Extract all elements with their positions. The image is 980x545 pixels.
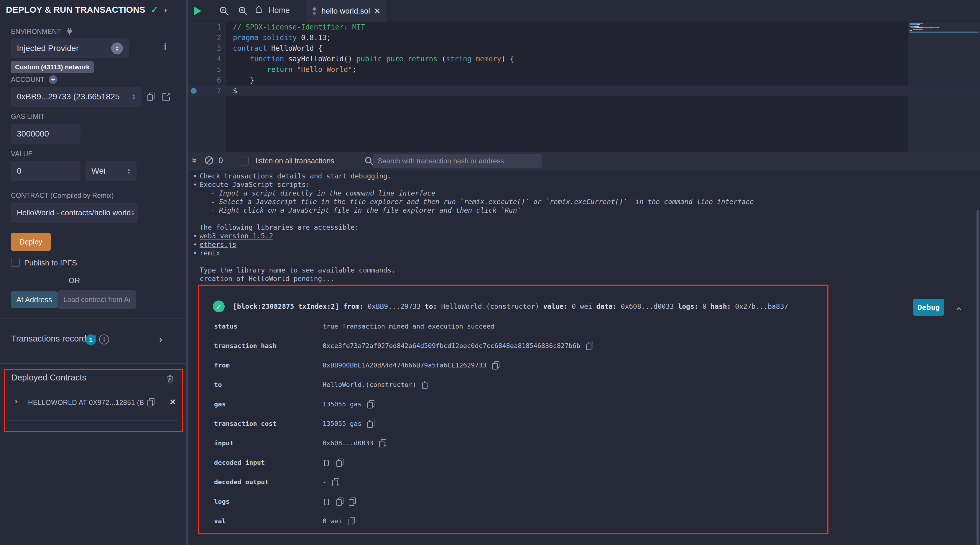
copy-value-icon[interactable] xyxy=(348,517,355,525)
code-text: return "Hello World"; xyxy=(233,64,356,75)
terminal-link[interactable]: ethers.js xyxy=(200,241,237,248)
account-select-arrows-icon[interactable]: ▲▼ xyxy=(132,94,135,100)
copy-value-icon[interactable] xyxy=(368,420,374,427)
remove-deployed-contract-icon[interactable]: ✕ xyxy=(170,398,176,407)
terminal-line: Execute JavaScript scripts: xyxy=(188,180,980,189)
code-text: function sayHelloWorld() public pure ret… xyxy=(233,54,514,64)
copy-account-icon[interactable] xyxy=(147,92,154,100)
copy-deployed-address-icon[interactable] xyxy=(147,398,154,406)
publish-to-ipfs-checkbox[interactable] xyxy=(11,258,20,267)
code-line-2[interactable]: 2pragma solidity 0.8.13; xyxy=(188,32,980,43)
home-icon[interactable]: ⌂ xyxy=(255,2,262,15)
tx-detail-value-text: true Transaction mined and execution suc… xyxy=(323,323,495,330)
code-line-6[interactable]: 6 } xyxy=(188,75,980,86)
gas-limit-input[interactable] xyxy=(11,124,81,144)
terminal-line: - Select a Javascript file in the file e… xyxy=(188,198,980,206)
account-select[interactable]: 0xBB9...29733 (23.6651825 ▲▼ xyxy=(11,87,142,107)
tx-detail-value-text: 0x608...d0033 xyxy=(323,440,373,447)
collapse-details-chevron-icon[interactable]: › xyxy=(953,306,964,312)
copy-value-icon[interactable] xyxy=(349,497,355,505)
tx-detail-row: toHelloWorld.(constructor) xyxy=(214,375,818,394)
contract-select-arrows-icon[interactable]: ▲▼ xyxy=(131,209,135,216)
value-unit-arrows-icon[interactable]: ▲▼ xyxy=(127,168,130,174)
minimap-lines xyxy=(908,22,980,34)
deployed-contracts-divider xyxy=(7,420,178,421)
pending-tx-count: 0 xyxy=(218,156,223,165)
home-tab-label[interactable]: Home xyxy=(269,6,290,15)
at-address-button[interactable]: At Address xyxy=(11,292,57,308)
page-scrollbar[interactable] xyxy=(977,210,979,545)
transaction-summary-row[interactable]: ✓ [block:23082875 txIndex:2] from: 0xBB9… xyxy=(213,301,788,312)
copy-value-icon[interactable] xyxy=(422,381,429,389)
deployed-contract-expand-icon[interactable]: › xyxy=(15,396,18,406)
tx-detail-row: decoded input{} xyxy=(214,453,818,472)
tab-close-icon[interactable]: ✕ xyxy=(374,7,380,15)
expand-terminal-chevrons-icon[interactable]: » xyxy=(190,158,200,163)
terminal-link[interactable]: web3 version 1.5.2 xyxy=(200,232,273,240)
code-text: $ xyxy=(233,86,237,96)
copy-value-icon[interactable] xyxy=(336,459,343,466)
transactions-info-icon[interactable]: i xyxy=(99,335,109,344)
terminal-search-input[interactable] xyxy=(377,154,536,168)
code-line-5[interactable]: 5 return "Hello World"; xyxy=(188,64,980,75)
minimap-line xyxy=(910,23,978,24)
copy-value-icon[interactable] xyxy=(586,342,593,349)
copy-value-icon[interactable] xyxy=(332,478,339,486)
tx-detail-label: decoded input xyxy=(214,459,323,466)
value-unit-select[interactable]: Wei ▲▼ xyxy=(86,161,137,181)
tx-detail-row: from0xBB900BbE1A20dA4d474666B79a5fa6CE12… xyxy=(214,355,818,375)
copy-value-icon[interactable] xyxy=(368,400,374,408)
account-label: ACCOUNT xyxy=(11,76,45,84)
code-line-1[interactable]: 1// SPDX-License-Identifier: MIT xyxy=(188,22,980,32)
tx-detail-value-text: [] xyxy=(323,498,331,505)
environment-select[interactable]: Injected Provider ▲▼ xyxy=(11,38,129,58)
breakpoint-dot[interactable] xyxy=(191,88,197,94)
clear-console-ban-icon[interactable] xyxy=(205,156,213,164)
debug-button[interactable]: Debug xyxy=(913,299,944,316)
tab-file-label: hello world.sol xyxy=(321,6,370,16)
solidity-file-icon xyxy=(311,7,317,16)
contract-select[interactable]: HelloWorld - contracts/hello world.sol ▲… xyxy=(11,202,138,223)
value-label: VALUE xyxy=(11,150,33,158)
run-script-play-icon[interactable] xyxy=(194,6,201,15)
zoom-in-icon[interactable] xyxy=(237,5,248,16)
tx-detail-row: logs[] xyxy=(214,492,818,511)
tx-detail-label: gas xyxy=(214,400,323,408)
account-label-row: ACCOUNT + xyxy=(11,75,57,84)
add-account-icon[interactable]: + xyxy=(49,75,57,84)
tab-hello-world-sol[interactable]: hello world.sol ✕ xyxy=(306,0,386,22)
tx-detail-row: statustrue Transaction mined and executi… xyxy=(214,316,818,336)
terminal-output[interactable]: Check transactions details and start deb… xyxy=(188,170,980,545)
at-address-input[interactable] xyxy=(57,290,136,309)
code-text: contract HelloWorld { xyxy=(233,43,322,54)
value-input[interactable] xyxy=(11,161,81,181)
minimap-line xyxy=(910,32,978,33)
environment-select-arrows-icon[interactable]: ▲▼ xyxy=(111,43,123,54)
copy-value-icon[interactable] xyxy=(379,439,386,447)
code-line-7[interactable]: 7$ xyxy=(188,86,980,96)
environment-label: ENVIRONMENT xyxy=(11,28,61,36)
transactions-expand-chevron-icon[interactable]: › xyxy=(159,335,162,344)
terminal-line: ethers.js xyxy=(188,241,980,249)
minimap-line xyxy=(910,25,978,27)
zoom-out-icon[interactable] xyxy=(218,5,230,16)
deployed-contract-item[interactable]: HELLOWORLD AT 0X972...12851 (B xyxy=(28,399,143,407)
collapse-panel-chevron-icon[interactable]: › xyxy=(164,5,167,14)
code-editor[interactable]: 1// SPDX-License-Identifier: MIT2pragma … xyxy=(188,22,980,152)
listen-all-transactions-checkbox[interactable] xyxy=(240,156,248,166)
tx-detail-label: decoded output xyxy=(214,478,323,486)
code-line-4[interactable]: 4 function sayHelloWorld() public pure r… xyxy=(188,54,980,64)
environment-info-icon[interactable]: i xyxy=(164,41,167,53)
edit-account-icon[interactable] xyxy=(162,92,171,102)
line-number: 3 xyxy=(188,43,221,54)
copy-value-icon[interactable] xyxy=(336,497,343,505)
deploy-button[interactable]: Deploy xyxy=(11,233,51,251)
tx-detail-value-text: {} xyxy=(323,459,331,466)
tx-detail-value: - xyxy=(323,478,339,486)
line-number: 6 xyxy=(188,75,221,86)
code-line-3[interactable]: 3contract HelloWorld { xyxy=(188,43,980,54)
tx-detail-row: transaction hash0xce3fe73a72af027ed842a6… xyxy=(214,336,818,355)
copy-value-icon[interactable] xyxy=(492,361,499,369)
clear-deployed-trash-icon[interactable] xyxy=(166,374,175,383)
tx-detail-label: from xyxy=(214,362,323,369)
